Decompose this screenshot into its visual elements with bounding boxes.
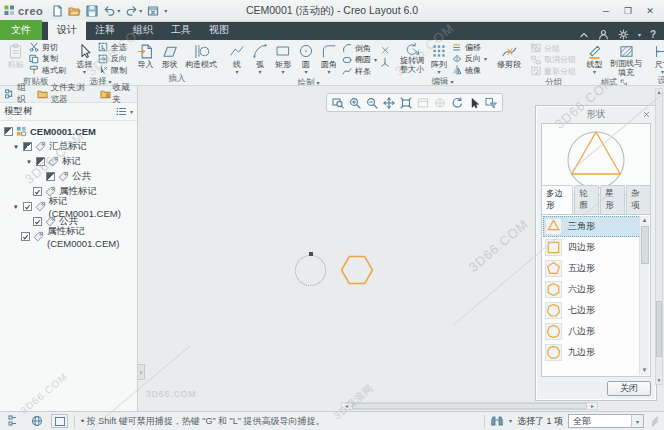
select-button[interactable]: 选择 ▾ (74, 42, 95, 75)
line-style-button[interactable]: 线型 ▾ (584, 42, 605, 75)
cut-button[interactable]: 剪切 (29, 42, 66, 53)
shape-list-scrollbar[interactable]: ▲ ▼ (639, 216, 649, 375)
collapse-ribbon-icon[interactable] (579, 31, 589, 39)
shapes-panel-header[interactable]: 形状 (539, 107, 653, 122)
shape-list-item-pentagon[interactable]: 五边形 (543, 258, 649, 279)
scroll-up-icon[interactable]: ▲ (657, 89, 662, 96)
expand-arrow-icon[interactable]: ▼ (12, 203, 20, 211)
search-dropdown-icon[interactable]: ▾ (509, 418, 512, 424)
user-icon[interactable] (598, 29, 609, 40)
navigator-toggle-button[interactable] (5, 414, 22, 428)
arc-dropdown-icon[interactable]: ▾ (258, 69, 261, 75)
selection-filter-icon[interactable] (484, 96, 498, 110)
display-style-icon[interactable] (433, 96, 447, 110)
pan-icon[interactable] (382, 96, 396, 110)
flip-button[interactable]: 反向▾ (452, 54, 487, 65)
ungroup-button[interactable]: 取消分组 (531, 55, 576, 66)
scroll-thumb[interactable] (352, 403, 587, 409)
refit-icon[interactable] (399, 96, 413, 110)
redo-button[interactable]: ▾ (125, 5, 142, 16)
edit-group-label[interactable]: 编辑▾ (395, 76, 490, 87)
rotate-resize-button[interactable]: 旋转调 整大小 (398, 42, 426, 74)
resize-grip[interactable] (651, 419, 659, 424)
tree-checkbox[interactable] (4, 127, 13, 136)
selection-filter-combo[interactable]: 全部 ▾ (568, 414, 644, 428)
scroll-down-icon[interactable]: ▼ (657, 377, 662, 384)
fillet-button[interactable]: 圆角 ▾ (319, 42, 339, 75)
line-style-dropdown-icon[interactable]: ▾ (593, 69, 596, 75)
canvas-horizontal-scrollbar[interactable]: ◄ ► (341, 402, 598, 410)
rectangle-dropdown-icon[interactable]: ▾ (281, 69, 284, 75)
tree-checkbox[interactable] (36, 157, 45, 166)
new-file-button[interactable] (51, 5, 63, 17)
tree-settings-icon[interactable] (115, 106, 127, 117)
close-window-button[interactable] (147, 5, 159, 17)
ellipse-button[interactable]: 椭圆▾ (342, 55, 377, 66)
shape-list-item-nonagon[interactable]: 九边形 (543, 342, 649, 363)
scroll-left-icon[interactable]: ◄ (342, 403, 351, 409)
tree-checkbox[interactable] (33, 217, 42, 226)
tab-star[interactable]: 星形 (600, 185, 625, 214)
pattern-dropdown-icon[interactable]: ▾ (438, 69, 441, 75)
close-button[interactable]: ✕ (640, 3, 660, 19)
save-button[interactable] (86, 5, 98, 17)
help-icon[interactable]: ? (650, 29, 656, 40)
copy-button[interactable]: 复制 (29, 54, 66, 65)
delete-segment-button[interactable] (380, 45, 390, 56)
offset-button[interactable]: 偏移 (452, 42, 487, 53)
tree-row[interactable]: 属性标记 (CEM0001.CEM) (0, 229, 137, 244)
expand-arrow-icon[interactable]: ▼ (25, 158, 33, 166)
tab-file[interactable]: 文件 (0, 20, 42, 40)
scroll-down-icon[interactable]: ▼ (642, 366, 648, 375)
sketch-guide-circle[interactable] (295, 255, 326, 286)
select-dropdown-icon[interactable]: ▾ (83, 69, 86, 75)
tree-checkbox[interactable] (46, 172, 55, 181)
flip-dropdown-icon[interactable]: ▾ (484, 56, 487, 62)
settings-gear-icon[interactable] (618, 29, 629, 40)
tree-checkbox[interactable] (21, 232, 30, 241)
ellipse-dropdown-icon[interactable]: ▾ (374, 57, 377, 63)
spline-button[interactable]: 样条 (342, 66, 377, 77)
format-painter-button[interactable]: 格式刷 (29, 65, 66, 76)
import-button[interactable]: 导入 (135, 42, 156, 69)
graphics-canvas[interactable]: › 3D66.COM 形状 多边形 轮廓 星形 杂项 (137, 86, 664, 411)
trim-segment-button[interactable]: 修剪段 (495, 42, 523, 69)
tree-checkbox[interactable] (33, 187, 42, 196)
zoom-out-icon[interactable] (365, 96, 379, 110)
circle-button[interactable]: 圆 ▾ (296, 42, 316, 75)
tab-polygon[interactable]: 多边形 (541, 185, 573, 214)
redo-dropdown-icon[interactable]: ▾ (139, 8, 142, 14)
arc-button[interactable]: 弧 ▾ (250, 42, 270, 75)
undo-dropdown-icon[interactable]: ▾ (117, 8, 120, 14)
tab-annotate[interactable]: 注释 (86, 20, 124, 40)
tab-misc[interactable]: 杂项 (626, 185, 651, 214)
hatch-fill-button[interactable]: 剖面线与 填充 (608, 42, 644, 77)
restrict-selection-button[interactable]: 限制 (98, 65, 127, 76)
sketch-point-handle[interactable] (309, 252, 313, 256)
sketch-hexagon[interactable] (340, 253, 374, 289)
tree-checkbox[interactable] (23, 202, 32, 211)
scroll-right-icon[interactable]: ► (588, 403, 597, 409)
mirror-button[interactable]: 镜像 (452, 65, 487, 76)
tab-organize[interactable]: 组织 (124, 20, 162, 40)
minimize-button[interactable]: ─ (596, 3, 616, 19)
draw-group-label[interactable]: 绘制▾ (224, 77, 393, 87)
expand-arrow-icon[interactable]: ▼ (12, 143, 20, 151)
qat-customize-icon[interactable]: ▾ (164, 8, 167, 14)
named-views-icon[interactable] (416, 96, 430, 110)
tree-row[interactable]: CEM0001.CEM (0, 124, 137, 139)
dimension-button[interactable]: 尺寸 ▾ (652, 42, 664, 75)
shapes-panel-close-icon[interactable] (641, 109, 652, 120)
select-all-button[interactable]: 全选 (98, 42, 127, 53)
pattern-button[interactable]: 阵列 ▾ (429, 42, 449, 75)
shape-list-item-triangle[interactable]: 三角形 (543, 216, 649, 237)
circle-dropdown-icon[interactable]: ▾ (304, 69, 307, 75)
tree-checkbox[interactable] (23, 142, 32, 151)
fullscreen-toggle-button[interactable] (51, 414, 68, 428)
chamfer-button[interactable]: 倒角 (342, 43, 377, 54)
tree-row[interactable]: 公共 (0, 169, 137, 184)
line-dropdown-icon[interactable]: ▾ (235, 69, 238, 75)
tab-design[interactable]: 设计 (48, 20, 86, 40)
rectangle-button[interactable]: 矩形 ▾ (273, 42, 293, 75)
scroll-up-icon[interactable]: ▲ (642, 216, 648, 225)
